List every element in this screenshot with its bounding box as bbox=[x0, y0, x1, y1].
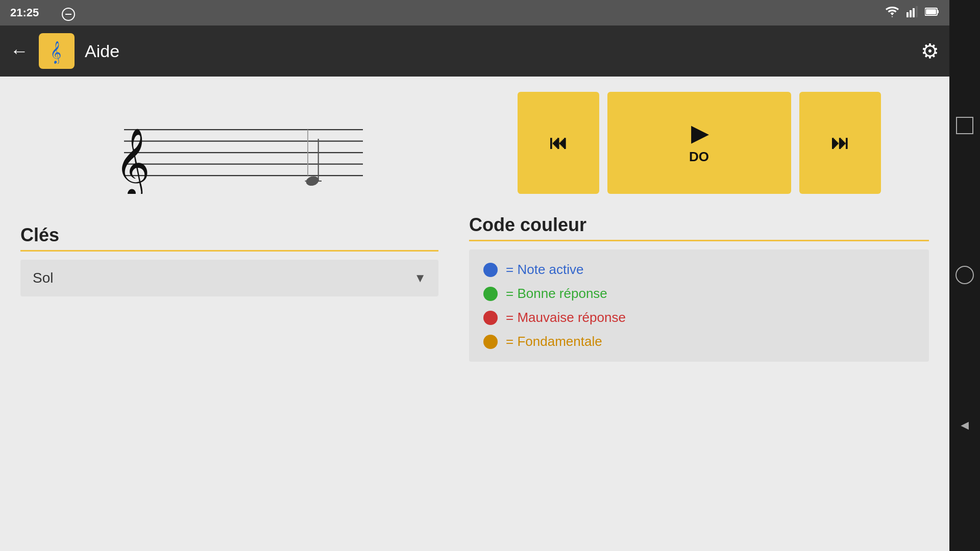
code-text-active: = Note active bbox=[506, 262, 583, 278]
svg-rect-3 bbox=[916, 6, 918, 17]
staff-area: 𝄞 bbox=[20, 92, 438, 204]
code-item-wrong: = Mauvaise réponse bbox=[483, 310, 915, 325]
code-item-correct: = Bonne réponse bbox=[483, 286, 915, 302]
cles-dropdown[interactable]: Sol ▼ bbox=[20, 260, 438, 296]
code-item-fondamentale: = Fondamentale bbox=[483, 334, 915, 349]
code-section: Code couleur = Note active = Bonne répon… bbox=[469, 214, 929, 362]
dot-active bbox=[483, 263, 498, 277]
app-icon: 𝄞 bbox=[39, 33, 75, 69]
prev-button[interactable]: ⏮ bbox=[518, 92, 599, 194]
play-icon: ▶ bbox=[691, 121, 707, 146]
code-text-fondamentale: = Fondamentale bbox=[506, 334, 602, 349]
android-recents-button[interactable] bbox=[956, 117, 973, 134]
toolbar: ← 𝄞 Aide ⚙ bbox=[0, 26, 949, 77]
play-button[interactable]: ▶ DO bbox=[607, 92, 791, 194]
left-column: 𝄞 Clés Sol ▼ bbox=[20, 92, 438, 536]
status-icons bbox=[885, 6, 939, 20]
code-text-correct: = Bonne réponse bbox=[506, 286, 607, 302]
music-staff: 𝄞 bbox=[77, 102, 383, 194]
svg-rect-0 bbox=[906, 12, 909, 17]
svg-text:𝄞: 𝄞 bbox=[50, 41, 61, 64]
main-area: 21:25 bbox=[0, 0, 949, 551]
dot-wrong bbox=[483, 311, 498, 325]
android-back-button[interactable]: ◄ bbox=[955, 416, 974, 434]
dot-fondamentale bbox=[483, 335, 498, 349]
svg-rect-6 bbox=[926, 9, 936, 14]
svg-text:𝄞: 𝄞 bbox=[115, 129, 150, 194]
right-column: ⏮ ▶ DO ⏭ Code couleur = Note active bbox=[469, 92, 929, 536]
android-sidebar: ◄ bbox=[949, 0, 980, 551]
status-bar: 21:25 bbox=[0, 0, 949, 26]
next-button[interactable]: ⏭ bbox=[799, 92, 881, 194]
status-time: 21:25 bbox=[10, 6, 39, 19]
svg-rect-2 bbox=[913, 8, 915, 17]
prev-icon: ⏮ bbox=[549, 132, 568, 154]
code-text-wrong: = Mauvaise réponse bbox=[506, 310, 626, 325]
dot-correct bbox=[483, 287, 498, 301]
chevron-down-icon: ▼ bbox=[414, 271, 426, 285]
code-title: Code couleur bbox=[469, 214, 929, 236]
note-name: DO bbox=[689, 149, 709, 165]
wifi-icon bbox=[885, 6, 899, 20]
dnd-icon bbox=[61, 7, 76, 24]
android-home-button[interactable] bbox=[955, 266, 974, 284]
signal-icon bbox=[906, 6, 918, 20]
next-icon: ⏭ bbox=[831, 132, 849, 154]
code-item-active: = Note active bbox=[483, 262, 915, 278]
toolbar-title: Aide bbox=[85, 41, 119, 61]
transport-controls: ⏮ ▶ DO ⏭ bbox=[469, 92, 929, 194]
cles-section: Clés Sol ▼ bbox=[20, 224, 438, 296]
settings-button[interactable]: ⚙ bbox=[921, 39, 939, 63]
battery-icon bbox=[925, 7, 939, 19]
svg-rect-1 bbox=[910, 10, 912, 17]
cles-selected-value: Sol bbox=[33, 270, 53, 286]
cles-divider bbox=[20, 250, 438, 252]
content: 𝄞 Clés Sol ▼ bbox=[0, 77, 949, 551]
code-list: = Note active = Bonne réponse = Mauvaise… bbox=[469, 249, 929, 362]
back-button[interactable]: ← bbox=[10, 40, 29, 62]
cles-title: Clés bbox=[20, 224, 438, 246]
toolbar-left: ← 𝄞 Aide bbox=[10, 33, 119, 69]
svg-rect-5 bbox=[937, 10, 939, 13]
code-divider bbox=[469, 240, 929, 241]
status-left: 21:25 bbox=[10, 6, 39, 19]
